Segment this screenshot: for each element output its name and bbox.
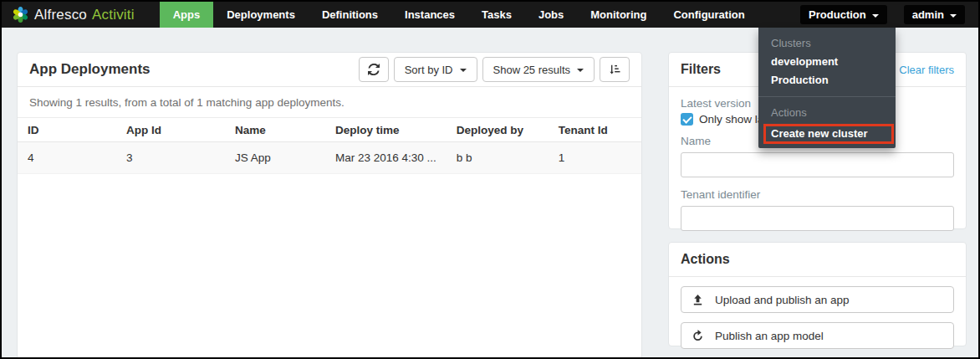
cluster-dropdown-button[interactable]: Production [800, 5, 887, 24]
clear-filters-link[interactable]: Clear filters [899, 64, 954, 76]
upload-and-publish-label: Upload and publish an app [715, 294, 850, 306]
menu-header-actions: Actions [758, 104, 896, 122]
filters-panel-title: Filters [681, 62, 721, 77]
column-header-id: ID [18, 118, 116, 142]
caret-down-icon [950, 14, 957, 18]
menu-divider [758, 96, 896, 97]
sort-by-label: Sort by ID [405, 64, 453, 76]
refresh-button[interactable] [359, 57, 389, 82]
caret-down-icon [577, 69, 584, 72]
nav-item-tasks[interactable]: Tasks [468, 2, 525, 28]
cell-app-id: 3 [116, 142, 225, 174]
user-dropdown-label: admin [912, 8, 944, 21]
brand-logo[interactable]: Alfresco Activiti [12, 6, 135, 23]
cell-deploy-time: Mar 23 2016 4:30 ... [325, 142, 447, 174]
app-window: Alfresco Activiti Apps Deployments Defin… [0, 0, 980, 359]
column-header-deployed-by: Deployed by [447, 118, 549, 142]
cell-name: JS App [225, 142, 325, 174]
sort-order-button[interactable] [600, 57, 630, 82]
actions-panel-header: Actions [669, 243, 966, 277]
results-summary: Showing 1 results, from a total of 1 mat… [29, 96, 630, 109]
menu-item-production[interactable]: Production [758, 71, 896, 90]
brand-company-name: Alfresco [34, 7, 87, 23]
column-header-app-id: App Id [116, 118, 225, 142]
cell-id: 4 [18, 142, 116, 174]
tenant-filter-input[interactable] [681, 206, 954, 231]
menu-item-development[interactable]: development [758, 53, 896, 71]
nav-item-monitoring[interactable]: Monitoring [577, 2, 660, 28]
sort-amount-icon [609, 64, 620, 75]
tenant-filter-label: Tenant identifier [681, 188, 954, 201]
actions-panel-title: Actions [681, 252, 730, 267]
deployments-panel-header: App Deployments Sort by ID Show 25 resu [18, 53, 641, 87]
caret-down-icon [460, 69, 467, 72]
table-row[interactable]: 4 3 JS App Mar 23 2016 4:30 ... b b 1 [18, 142, 641, 174]
show-results-label: Show 25 results [493, 64, 571, 76]
publish-icon [692, 330, 704, 342]
app-deployments-panel: App Deployments Sort by ID Show 25 resu [17, 52, 642, 359]
nav-item-definitions[interactable]: Definitions [309, 2, 391, 28]
deployments-table: ID App Id Name Deploy time Deployed by T… [18, 117, 641, 174]
nav-item-deployments[interactable]: Deployments [213, 2, 309, 28]
navbar-right: Production admin [800, 5, 965, 24]
annotation-highlight-box: Create new cluster [763, 124, 894, 144]
show-results-button[interactable]: Show 25 results [482, 57, 595, 82]
cell-tenant-id: 1 [549, 142, 641, 174]
menu-item-create-new-cluster[interactable]: Create new cluster [766, 126, 891, 141]
column-header-name: Name [225, 118, 325, 142]
deployments-panel-title: App Deployments [29, 61, 151, 78]
nav-item-configuration[interactable]: Configuration [660, 2, 758, 28]
top-navbar: Alfresco Activiti Apps Deployments Defin… [2, 2, 978, 28]
publish-app-model-label: Publish an app model [715, 330, 824, 342]
name-filter-input[interactable] [681, 152, 954, 177]
caret-down-icon [872, 14, 879, 18]
user-dropdown-button[interactable]: admin [904, 5, 965, 24]
menu-header-clusters: Clusters [758, 34, 896, 53]
column-header-tenant-id: Tenant Id [549, 118, 641, 142]
sort-by-button[interactable]: Sort by ID [394, 57, 477, 82]
alfresco-flower-icon [12, 6, 29, 23]
cell-deployed-by: b b [447, 142, 549, 174]
column-header-deploy-time: Deploy time [325, 118, 447, 142]
brand-product-name: Activiti [92, 7, 135, 23]
deployments-toolbar: Sort by ID Show 25 results [359, 57, 630, 82]
cluster-dropdown-label: Production [809, 8, 866, 21]
main-nav: Apps Deployments Definitions Instances T… [160, 2, 758, 28]
latest-version-checkbox[interactable] [681, 113, 693, 126]
cluster-dropdown-menu: Clusters development Production Actions … [758, 28, 896, 148]
table-header-row: ID App Id Name Deploy time Deployed by T… [18, 118, 641, 142]
actions-panel-body: Upload and publish an app Publish an app… [669, 277, 966, 358]
upload-and-publish-button[interactable]: Upload and publish an app [681, 286, 954, 313]
publish-app-model-button[interactable]: Publish an app model [681, 322, 954, 349]
upload-icon [692, 294, 704, 306]
actions-panel: Actions Upload and publish an app [668, 242, 967, 346]
refresh-icon [368, 64, 380, 75]
nav-item-jobs[interactable]: Jobs [525, 2, 577, 28]
nav-item-apps[interactable]: Apps [160, 2, 214, 28]
nav-item-instances[interactable]: Instances [391, 2, 468, 28]
